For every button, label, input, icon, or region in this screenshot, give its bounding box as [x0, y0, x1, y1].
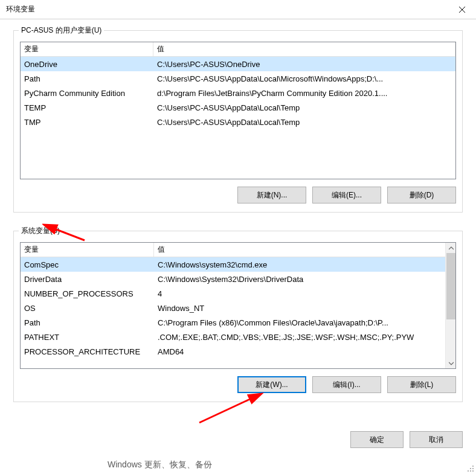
- list-row[interactable]: NUMBER_OF_PROCESSORS 4: [21, 286, 455, 301]
- cancel-button[interactable]: 取消: [410, 431, 463, 448]
- scroll-thumb[interactable]: [446, 253, 455, 319]
- window-title: 环境变量: [6, 4, 35, 14]
- ok-button[interactable]: 确定: [350, 431, 404, 448]
- list-row[interactable]: TMP C:\Users\PC-ASUS\AppData\Local\Temp: [21, 115, 455, 129]
- cell-variable: Path: [21, 72, 153, 86]
- chevron-up-icon: [449, 246, 454, 251]
- cell-variable: OneDrive: [21, 57, 153, 71]
- cell-variable: TMP: [21, 115, 153, 129]
- titlebar: 环境变量: [0, 0, 476, 19]
- cell-value: C:\Users\PC-ASUS\AppData\Local\Microsoft…: [153, 72, 455, 86]
- svg-rect-9: [472, 470, 474, 472]
- list-row[interactable]: Path C:\Program Files (x86)\Common Files…: [21, 315, 455, 330]
- resize-grip[interactable]: [466, 464, 475, 473]
- cell-value: 4: [154, 287, 455, 301]
- header-value[interactable]: 值: [153, 42, 455, 56]
- cell-value: C:\Windows\system32\cmd.exe: [154, 258, 455, 272]
- dialog-buttons: 确定 取消: [0, 426, 476, 458]
- cell-value: C:\Users\PC-ASUS\AppData\Local\Temp: [153, 101, 455, 115]
- list-row[interactable]: TEMP C:\Users\PC-ASUS\AppData\Local\Temp: [21, 100, 455, 115]
- list-body: ComSpec C:\Windows\system32\cmd.exe Driv…: [21, 257, 455, 359]
- chevron-down-icon: [449, 361, 454, 366]
- scrollbar[interactable]: [445, 243, 455, 368]
- cell-value: C:\Users\PC-ASUS\OneDrive: [153, 57, 455, 71]
- edit-user-var-button[interactable]: 编辑(E)...: [312, 187, 381, 203]
- new-system-var-button[interactable]: 新建(W)...: [237, 376, 306, 393]
- list-row[interactable]: ComSpec C:\Windows\system32\cmd.exe: [21, 257, 455, 272]
- cell-variable: PATHEXT: [21, 330, 154, 344]
- delete-system-var-button[interactable]: 删除(L): [387, 376, 456, 393]
- cell-variable: TEMP: [21, 101, 153, 115]
- svg-rect-8: [470, 470, 471, 472]
- cell-value: d:\Program Files\JetBrains\PyCharm Commu…: [153, 86, 455, 100]
- cell-value: Windows_NT: [154, 301, 455, 315]
- cell-value: C:\Users\PC-ASUS\AppData\Local\Temp: [153, 115, 455, 129]
- svg-rect-4: [472, 466, 474, 467]
- delete-user-var-button[interactable]: 删除(D): [387, 187, 456, 203]
- system-buttons-row: 新建(W)... 编辑(I)... 删除(L): [20, 376, 456, 393]
- list-body: OneDrive C:\Users\PC-ASUS\OneDrive Path …: [21, 57, 455, 129]
- cell-variable: PyCharm Community Edition: [21, 86, 153, 100]
- close-button[interactable]: [448, 0, 476, 19]
- list-row[interactable]: OS Windows_NT: [21, 301, 455, 315]
- svg-rect-6: [472, 468, 474, 469]
- cell-value: C:\Program Files (x86)\Common Files\Orac…: [154, 316, 455, 330]
- cell-value: C:\Windows\System32\Drivers\DriverData: [154, 272, 455, 286]
- user-variables-list[interactable]: 变量 值 OneDrive C:\Users\PC-ASUS\OneDrive …: [20, 42, 456, 179]
- header-value[interactable]: 值: [154, 243, 455, 257]
- cell-value: .COM;.EXE;.BAT;.CMD;.VBS;.VBE;.JS;.JSE;.…: [154, 330, 455, 344]
- cell-variable: OS: [21, 301, 154, 315]
- system-variables-group: 系统变量(S) 变量 值 ComSpec C:\Windows\system32…: [13, 231, 463, 402]
- cell-variable: PROCESSOR_ARCHITECTURE: [21, 345, 154, 359]
- list-row[interactable]: OneDrive C:\Users\PC-ASUS\OneDrive: [21, 57, 455, 71]
- list-row[interactable]: Path C:\Users\PC-ASUS\AppData\Local\Micr…: [21, 71, 455, 86]
- header-variable[interactable]: 变量: [21, 42, 153, 56]
- resize-grip-icon: [466, 464, 475, 473]
- scroll-down-button[interactable]: [446, 358, 456, 368]
- close-icon: [459, 7, 465, 13]
- cell-variable: Path: [21, 316, 154, 330]
- system-variables-list[interactable]: 变量 值 ComSpec C:\Windows\system32\cmd.exe…: [20, 242, 456, 369]
- svg-rect-7: [468, 470, 469, 472]
- cell-variable: DriverData: [21, 272, 154, 286]
- cell-value: AMD64: [154, 345, 455, 359]
- header-variable[interactable]: 变量: [21, 243, 154, 257]
- user-variables-label: PC-ASUS 的用户变量(U): [19, 25, 104, 36]
- list-header: 变量 值: [21, 243, 455, 257]
- list-row[interactable]: PATHEXT .COM;.EXE;.BAT;.CMD;.VBS;.VBE;.J…: [21, 330, 455, 344]
- user-buttons-row: 新建(N)... 编辑(E)... 删除(D): [20, 187, 456, 203]
- edit-system-var-button[interactable]: 编辑(I)...: [312, 376, 381, 393]
- background-text: Windows 更新、恢复、备份: [108, 460, 212, 470]
- cell-variable: NUMBER_OF_PROCESSORS: [21, 287, 154, 301]
- list-row[interactable]: PyCharm Community Edition d:\Program Fil…: [21, 86, 455, 100]
- system-variables-label: 系统变量(S): [19, 226, 62, 236]
- svg-rect-5: [470, 468, 471, 469]
- list-header: 变量 值: [21, 42, 455, 57]
- list-row[interactable]: DriverData C:\Windows\System32\Drivers\D…: [21, 272, 455, 286]
- new-user-var-button[interactable]: 新建(N)...: [237, 187, 306, 203]
- cell-variable: ComSpec: [21, 258, 154, 272]
- user-variables-group: PC-ASUS 的用户变量(U) 变量 值 OneDrive C:\Users\…: [13, 30, 463, 213]
- list-row[interactable]: PROCESSOR_ARCHITECTURE AMD64: [21, 344, 455, 359]
- scroll-up-button[interactable]: [446, 243, 456, 253]
